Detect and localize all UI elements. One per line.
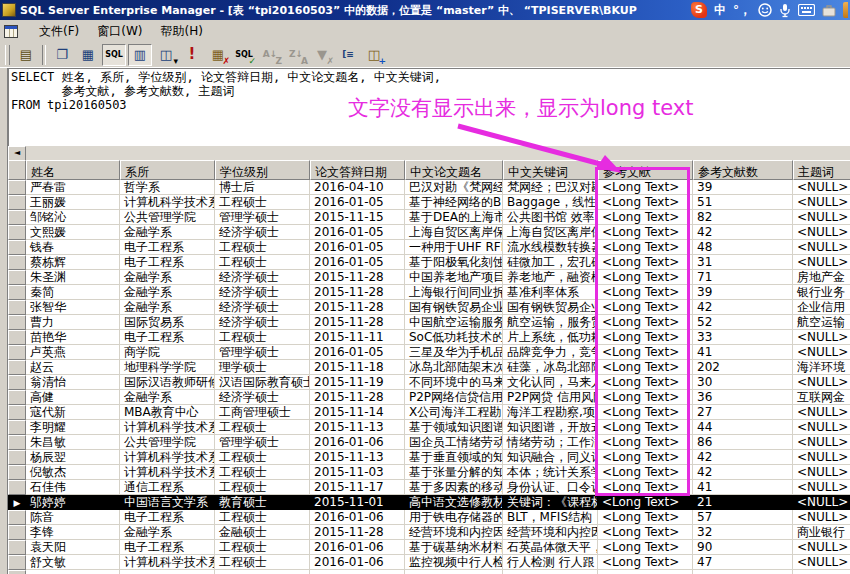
- table-cell[interactable]: 2016-01-06: [310, 510, 405, 525]
- row-selector[interactable]: ▶: [8, 495, 26, 510]
- table-cell[interactable]: <Long Text>: [598, 555, 693, 570]
- table-cell[interactable]: 硅微加工，宏孔硅: [503, 255, 598, 270]
- table-cell[interactable]: 2016-01-05: [310, 225, 405, 240]
- table-row[interactable]: 李锋金融学系金融硕士2015-11-28经营环境和内控因经营环境和内控因<Lon…: [8, 525, 850, 540]
- table-cell[interactable]: <NULL>: [793, 195, 850, 210]
- table-cell[interactable]: 计算机科学技术系: [120, 195, 215, 210]
- table-cell[interactable]: 管理学硕士: [215, 210, 310, 225]
- show-grid-pane-button[interactable]: ▦: [76, 44, 100, 66]
- column-header-department[interactable]: 系所: [120, 160, 215, 180]
- table-cell[interactable]: 2015-11-19: [310, 375, 405, 390]
- table-cell[interactable]: 国企员工情绪劳动: [405, 435, 503, 450]
- table-cell[interactable]: 理学硕士: [215, 360, 310, 375]
- table-cell[interactable]: 金融学系: [120, 525, 215, 540]
- table-cell[interactable]: 基于碳基纳米材料: [405, 540, 503, 555]
- table-row[interactable]: 舒文敏计算机科学技术系工程硕士2016-01-06监控视频中行人检行人检测 行人…: [8, 555, 850, 570]
- row-selector[interactable]: [8, 525, 26, 540]
- table-cell[interactable]: 44: [693, 420, 793, 435]
- table-cell[interactable]: 2015-11-01: [310, 495, 405, 510]
- column-header-thesis-title[interactable]: 中文论文题名: [405, 160, 503, 180]
- table-cell[interactable]: 基于领域知识图谱: [405, 420, 503, 435]
- table-cell[interactable]: 电子工程系: [120, 510, 215, 525]
- table-cell[interactable]: 71: [693, 270, 793, 285]
- table-cell[interactable]: 工程硕士: [215, 540, 310, 555]
- table-cell[interactable]: 航空运输: [793, 315, 850, 330]
- table-cell[interactable]: <Long Text>: [598, 255, 693, 270]
- show-sql-pane-button[interactable]: SQL: [102, 44, 126, 66]
- table-cell[interactable]: 51: [693, 195, 793, 210]
- table-cell[interactable]: <Long Text>: [598, 435, 693, 450]
- table-cell[interactable]: 用于铁电存储器的: [405, 510, 503, 525]
- table-cell[interactable]: 航空运输，服务贸: [503, 315, 598, 330]
- change-query-type-button[interactable]: ◫▾: [154, 44, 178, 66]
- table-cell[interactable]: <NULL>: [793, 255, 850, 270]
- table-cell[interactable]: 86: [693, 435, 793, 450]
- table-row[interactable]: 高健金融学系经济学硕士2015-11-28P2P网络信贷信用P2P网贷 信用风险…: [8, 390, 850, 405]
- row-selector[interactable]: [8, 405, 26, 420]
- table-cell[interactable]: 33: [693, 330, 793, 345]
- table-cell[interactable]: <NULL>: [793, 555, 850, 570]
- table-cell[interactable]: 经济学硕士: [215, 270, 310, 285]
- table-cell[interactable]: 赵云: [26, 360, 120, 375]
- table-cell[interactable]: BLT，MFIS结构，: [503, 510, 598, 525]
- row-selector[interactable]: [8, 270, 26, 285]
- table-row[interactable]: 秦简金融学系经济学硕士2015-11-28上海银行间同业拆基准利率体系<Long…: [8, 285, 850, 300]
- table-cell[interactable]: <Long Text>: [598, 180, 693, 195]
- table-cell[interactable]: 基于垂直领域的知: [405, 450, 503, 465]
- table-cell[interactable]: 中国航空运输服务: [405, 315, 503, 330]
- table-cell[interactable]: 2015-11-18: [310, 360, 405, 375]
- table-cell[interactable]: 哲学系: [120, 180, 215, 195]
- table-cell[interactable]: <NULL>: [793, 420, 850, 435]
- table-cell[interactable]: 42: [693, 300, 793, 315]
- table-cell[interactable]: X公司海洋工程勘: [405, 405, 503, 420]
- table-cell[interactable]: 电子工程系: [120, 255, 215, 270]
- table-cell[interactable]: 32: [693, 525, 793, 540]
- row-selector[interactable]: [8, 180, 26, 195]
- table-cell[interactable]: 2016-01-05: [310, 195, 405, 210]
- table-cell[interactable]: 27: [693, 405, 793, 420]
- table-cell[interactable]: 2015-11-28: [310, 270, 405, 285]
- table-cell[interactable]: 2015-11-28: [310, 390, 405, 405]
- toolbar-grip[interactable]: [5, 45, 10, 65]
- table-cell[interactable]: 曹力: [26, 315, 120, 330]
- table-row[interactable]: 朱圣渊金融学系经济学硕士2015-11-28中国养老地产项目养老地产，融资模<L…: [8, 270, 850, 285]
- table-cell[interactable]: 养老地产，融资模: [503, 270, 598, 285]
- table-row[interactable]: ▶邬婷婷中国语言文学系教育硕士2015-11-01高中语文选修教材关键词：《课程…: [8, 495, 850, 510]
- table-cell[interactable]: 工程硕士: [215, 480, 310, 495]
- table-cell[interactable]: 金融学系: [120, 225, 215, 240]
- table-cell[interactable]: <Long Text>: [598, 195, 693, 210]
- table-cell[interactable]: 行人检测 行人跟: [503, 555, 598, 570]
- table-cell[interactable]: 管理学硕士: [215, 345, 310, 360]
- table-cell[interactable]: 工程硕士: [215, 330, 310, 345]
- table-cell[interactable]: 31: [693, 255, 793, 270]
- table-cell[interactable]: 2016-01-05: [310, 345, 405, 360]
- table-cell[interactable]: 知识融合，同义词: [503, 450, 598, 465]
- row-selector[interactable]: [8, 420, 26, 435]
- toolbox-icon[interactable]: [822, 4, 836, 17]
- table-cell[interactable]: <Long Text>: [598, 450, 693, 465]
- table-cell[interactable]: <Long Text>: [598, 315, 693, 330]
- table-cell[interactable]: 中国养老地产项目: [405, 270, 503, 285]
- table-cell[interactable]: 上海自贸区离岸保: [405, 225, 503, 240]
- scroll-left-arrow-icon[interactable]: ◄: [8, 146, 26, 161]
- table-cell[interactable]: 互联网金: [793, 390, 850, 405]
- table-cell[interactable]: 39: [693, 180, 793, 195]
- table-cell[interactable]: 经济学硕士: [215, 390, 310, 405]
- table-cell[interactable]: 情绪劳动；工作满: [503, 435, 598, 450]
- table-cell[interactable]: 王丽媛: [26, 195, 120, 210]
- table-cell[interactable]: <NULL>: [793, 405, 850, 420]
- group-by-button[interactable]: [≡: [336, 44, 360, 66]
- table-row[interactable]: 文熙媛金融学系经济学硕士2016-01-05上海自贸区离岸保上海自贸区离岸保<L…: [8, 225, 850, 240]
- table-cell[interactable]: 商学院: [120, 345, 215, 360]
- table-cell[interactable]: 2016-01-05: [310, 240, 405, 255]
- table-cell[interactable]: <NULL>: [793, 450, 850, 465]
- table-cell[interactable]: 工程硕士: [215, 510, 310, 525]
- table-cell[interactable]: 工程硕士: [215, 450, 310, 465]
- remove-filter-button[interactable]: ▼✗: [310, 44, 334, 66]
- table-cell[interactable]: 2015-11-13: [310, 420, 405, 435]
- table-row[interactable]: 张智华金融学系经济学硕士2015-11-28国有钢铁贸易企业国有钢铁贸易企业<L…: [8, 300, 850, 315]
- table-cell[interactable]: 2015-11-15: [310, 210, 405, 225]
- table-cell[interactable]: <Long Text>: [598, 540, 693, 555]
- row-selector[interactable]: [8, 360, 26, 375]
- table-cell[interactable]: 袁天阳: [26, 540, 120, 555]
